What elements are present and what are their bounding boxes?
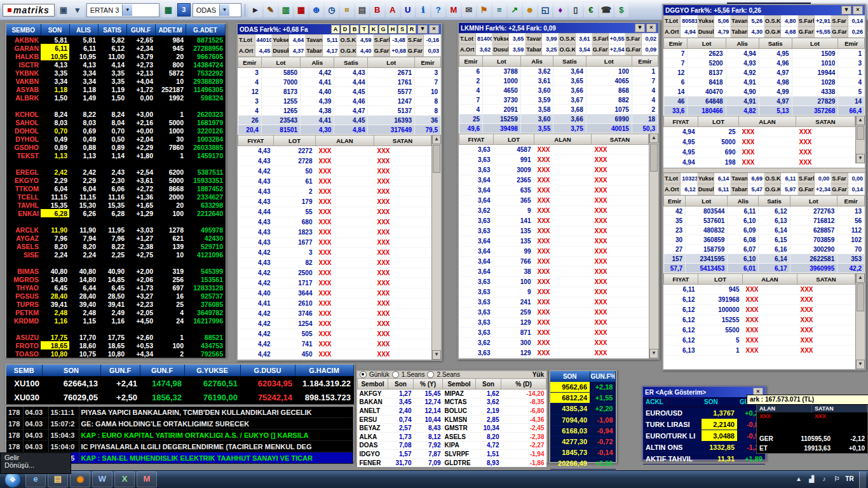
tape-row[interactable]: 6,131XXXXXX (664, 346, 855, 356)
button-k[interactable]: K (369, 25, 378, 34)
show-desktop-button[interactable] (859, 471, 866, 488)
watchlist-row[interactable] (6, 259, 225, 267)
scrollbar[interactable]: ▲ ▼ (855, 116, 865, 163)
column-header[interactable]: Emir (838, 38, 865, 49)
column-header[interactable]: Emir (238, 57, 262, 68)
depth-header-row[interactable]: EmirLotAlisSatisLotEmir (459, 56, 658, 67)
news-row[interactable]: 17804.0315:11:1PIYASA YAPICI BANKALARIN,… (6, 407, 353, 418)
taskbar-matriks-icon[interactable]: M (137, 471, 157, 487)
depth-row[interactable]: 684184,914,9810284 (664, 78, 865, 87)
grid-page-icon[interactable]: ▦ (161, 3, 175, 17)
column-header[interactable]: LOT (698, 274, 743, 285)
watchlist-row[interactable] (6, 159, 225, 168)
scroll-down-icon[interactable]: ▼ (856, 360, 865, 369)
tape-row[interactable]: 4,431677XXXXXX (238, 238, 431, 248)
column-header[interactable]: SON (42, 365, 100, 376)
depth-row[interactable]: 26235434,414,451639336 (238, 116, 441, 125)
depth-row[interactable]: 57,754134536,016,17396099542,2 (664, 264, 865, 273)
indices-header-row[interactable]: SEMBSONGUN.FGUN.FG.YUKSEG.DUSUG.HACIM (6, 365, 353, 376)
depth-row[interactable]: 20,4815014,304,8431764979,5 (238, 125, 441, 135)
column-header[interactable]: FIYAT (664, 116, 698, 127)
depth-row[interactable]: 46648484,914,972782914 (664, 97, 865, 106)
watchlist-row[interactable]: GARAN6,116,116,12+2,3494527288956 (6, 44, 225, 52)
tape-row[interactable]: 4,9425XXXXXX (664, 127, 855, 137)
watchlist-row[interactable]: DOHOL0,700,690,70+0,0010003220126 (6, 126, 225, 135)
tape-row[interactable]: 6,11945XXXXXX (664, 285, 855, 295)
watchlist-row[interactable]: THYAO6,456,446,45+1,7369712833128 (6, 283, 225, 292)
watchlist-row[interactable]: TCELL11,1511,1511,16+1,3620002334627 (6, 193, 225, 201)
tape-row[interactable]: 4,421254XXXXXX (238, 319, 431, 329)
taskbar-media-icon[interactable]: ◉ (70, 471, 90, 487)
column-header[interactable]: ACKL (643, 397, 702, 407)
tape-row[interactable]: 3,63100XXXXXX (459, 277, 649, 287)
depth-row[interactable]: 470004,414,4417617 (238, 78, 441, 87)
depth-row[interactable]: 412654,384,4751378 (238, 106, 441, 116)
window-icon[interactable]: ◱ (538, 3, 552, 17)
tape-row[interactable]: 3,63129XXXXXX (459, 318, 649, 328)
scroll-up-icon[interactable]: ▲ (856, 273, 865, 283)
column-header[interactable]: ALAN (739, 116, 796, 127)
tape-row[interactable]: 3,642365XXXXXX (459, 175, 649, 186)
column-header[interactable]: SATAN (592, 134, 649, 145)
watchlist-row[interactable]: KRDMD1,161,151,16+4,502416217996 (6, 316, 225, 325)
close-icon[interactable]: × (646, 24, 656, 32)
watchlist-row[interactable]: ENKAI6,286,266,28+1,291002212640 (6, 209, 225, 217)
tape-row[interactable]: 4,432728XXXXXX (238, 156, 431, 166)
column-header[interactable]: Lot (483, 56, 521, 67)
movers-header-row[interactable]: SembolSon% (Y)SembolSon% (D) (358, 379, 546, 390)
depth-row[interactable]: 15723415956,106,142622581353 (664, 254, 865, 264)
depth-row[interactable]: 49,6394983,553,754001550,3 (459, 124, 658, 133)
column-header[interactable]: SATAN (374, 135, 431, 146)
depth-header-row[interactable]: EmirLotAlisSatisLotEmir (238, 57, 441, 68)
tape-row[interactable]: 3,62300XXXXXX (459, 338, 649, 348)
watchlist-row[interactable]: PGSUS28,4028,4028,50+3,2716925737 (6, 292, 225, 300)
watchlist-row[interactable]: ARCLK11,9011,9011,95+3,031278495978 (6, 226, 225, 234)
scroll-up-icon[interactable]: ▲ (856, 116, 865, 125)
column-header[interactable]: Emir (632, 56, 658, 67)
quote-row[interactable]: 6168,03-0,94 (550, 425, 616, 436)
column-header[interactable]: Alis (520, 56, 553, 67)
column-header[interactable]: % (D) (501, 379, 546, 390)
tape-row[interactable]: 4,4382XXXXXX (238, 258, 431, 268)
tape-row[interactable]: 4,43680XXXXXX (238, 217, 431, 227)
tape-row[interactable]: 3,63991XXXXXX (459, 155, 649, 165)
column-header[interactable]: Son (476, 379, 501, 390)
coins-icon[interactable]: ¤ (340, 3, 354, 17)
minimize-button[interactable]: ▼ (417, 25, 428, 34)
watchlist-header-row[interactable]: SEMBOSONALISSATISGUN.FADET.MG.ADET (6, 24, 225, 36)
column-header[interactable]: Satis (553, 56, 586, 67)
scroll-down-icon[interactable]: ▼ (432, 350, 441, 360)
page-3-button[interactable]: 3 (177, 3, 191, 17)
tray-up-icon[interactable]: ▲ (794, 474, 804, 485)
column-header[interactable]: SATAN (812, 405, 867, 412)
depth-row[interactable]: 25152593,603,66699018 (459, 114, 658, 124)
column-header[interactable]: Satis (759, 38, 792, 49)
column-header[interactable]: Lot (792, 38, 838, 49)
scroll-up-icon[interactable]: ▲ (649, 133, 658, 143)
column-header[interactable]: LOT (274, 135, 316, 146)
watchlist-row[interactable]: TEKST1,131,131,14+1,8011459170 (6, 151, 225, 159)
depth-header-row[interactable]: EmirLotAlisSatisLotEmir (664, 196, 865, 207)
depth-row[interactable]: 420913,583,6810752 (459, 105, 658, 114)
tape-row[interactable]: 4,423746XXXXXX (238, 309, 431, 319)
symbol-combo[interactable]: ODAS ▼ (193, 3, 241, 17)
overlay-quote-row[interactable]: GER110595,50-2,12 (757, 434, 867, 444)
column-header[interactable]: Satis (759, 196, 790, 207)
tape-row[interactable]: 4,42450XXXXXX (238, 349, 431, 360)
mover-row[interactable]: IDGYO1,577,87SLVRPF1,51-1,94 (358, 450, 546, 459)
scroll-up-icon[interactable]: ▲ (432, 135, 441, 144)
tape-header-row[interactable]: FIYATLOTALANSATAN (459, 134, 649, 145)
column-header[interactable]: Alis (728, 196, 759, 207)
column-header[interactable]: SATIS (98, 24, 126, 36)
window-titlebar[interactable]: ODAS Fark%: +0,68 Fa ADBTKGHSR ▼ × (238, 24, 441, 34)
column-header[interactable]: % (Y) (414, 379, 443, 390)
column-header[interactable]: Lot (368, 57, 415, 68)
save-icon[interactable]: ▣ (57, 3, 71, 17)
depth-row[interactable]: 210003,613,6540657 (459, 76, 658, 86)
quote-row[interactable]: 9562,66+2,18 (550, 382, 616, 393)
depth-row[interactable]: 1281734,404,45557710 (238, 87, 441, 97)
mover-row[interactable]: BEYAZ2,578,43GMSTR10,34-2,45 (358, 424, 546, 433)
column-header[interactable]: Son (388, 379, 414, 390)
tape-row[interactable]: 4,423XXXXXX (238, 248, 431, 258)
mini-quotes-header-row[interactable]: SONGUN.F% (550, 371, 616, 382)
